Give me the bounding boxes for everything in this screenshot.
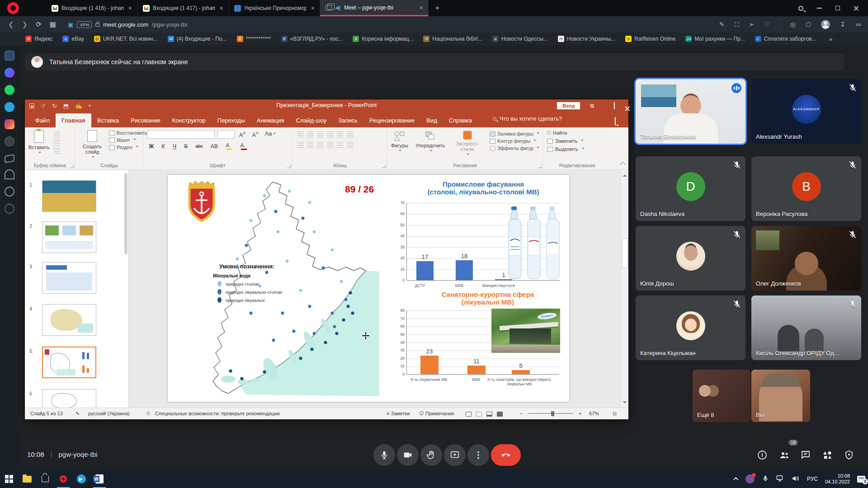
tab-ukrainske-prychornomor[interactable]: Українське Причорномор × xyxy=(229,0,320,16)
end-call-button[interactable] xyxy=(491,444,521,466)
tab-gmail-1417[interactable]: Входящие (1 417) - johama × xyxy=(137,0,229,16)
comments-button[interactable]: 🗩 Примечания xyxy=(419,411,454,416)
tab-animations[interactable]: Анимация xyxy=(251,113,290,127)
section-button[interactable]: Раздел xyxy=(109,145,147,150)
minimize-button[interactable] xyxy=(817,8,822,9)
tile-dasha-nikolaeva[interactable]: D Dasha Nikolaeva xyxy=(636,156,745,221)
shapes-button[interactable]: Фигуры xyxy=(391,131,408,154)
action-center-icon[interactable]: 2 xyxy=(857,476,865,483)
slide-thumbnail-5-selected[interactable] xyxy=(42,347,96,378)
favorites-heart-icon[interactable] xyxy=(5,169,14,179)
tile-yulia-dorosh[interactable]: Юлія Дорош xyxy=(636,226,745,291)
tile-more-participants[interactable]: Ещё 8 xyxy=(693,370,750,422)
slide-thumbnail-1[interactable] xyxy=(42,180,96,212)
tile-oleg-dolzhenkov[interactable]: Олег Долженков xyxy=(751,226,861,291)
collapse-ribbon-icon[interactable] xyxy=(620,162,626,168)
paragraph-dialog-launcher[interactable] xyxy=(382,164,386,168)
view-buttons[interactable] xyxy=(466,411,507,417)
slide-thumbnail-4[interactable] xyxy=(42,304,96,336)
align-left-icon[interactable] xyxy=(297,142,304,148)
paste-button[interactable]: Вставить xyxy=(28,130,50,155)
extensions-icon[interactable]: ⬡ xyxy=(806,21,811,28)
more-options-button[interactable] xyxy=(467,444,489,466)
text-direction-icon[interactable] xyxy=(347,131,354,137)
reload-icon[interactable]: ⟳ xyxy=(36,20,42,28)
cut-icon[interactable] xyxy=(53,131,60,137)
arrange-button[interactable]: Упорядочить xyxy=(415,131,445,154)
participants-button[interactable] xyxy=(779,450,790,460)
align-right-icon[interactable] xyxy=(317,142,324,148)
tab-review[interactable]: Рецензирование xyxy=(363,113,420,127)
taskbar-clock[interactable]: 10:08 04.10.2022 xyxy=(825,473,850,485)
shrink-font-button[interactable]: А˅ xyxy=(250,130,260,139)
downloads-icon[interactable]: ↧ xyxy=(840,21,845,28)
drawing-dialog-launcher[interactable] xyxy=(538,164,542,168)
tray-mic-icon[interactable] xyxy=(762,475,769,483)
scroll-up-icon[interactable] xyxy=(623,172,627,177)
bold-button[interactable]: Ж xyxy=(147,143,156,150)
tile-tatiana-bezverkhniuk[interactable]: Татьяна Безверхнюк xyxy=(636,79,745,144)
tile-kysil-oleksandr[interactable]: Кисіль Олександр ОРІДУ Од... xyxy=(751,296,861,360)
decrease-indent-icon[interactable] xyxy=(317,131,324,137)
raise-hand-button[interactable] xyxy=(420,444,442,466)
close-button[interactable] xyxy=(854,5,859,11)
char-spacing-button[interactable]: АВ xyxy=(209,143,220,150)
bookmark-novosti-odessy[interactable]: аНовости Одессы... xyxy=(492,36,548,42)
slide-thumbnail-3[interactable] xyxy=(42,262,96,294)
tab-transitions[interactable]: Переходы xyxy=(212,113,251,127)
aria-icon[interactable]: ◎ xyxy=(790,21,796,28)
new-slide-button[interactable]: Создать слайд xyxy=(79,130,105,159)
notes-button[interactable]: ≡ Заметки xyxy=(387,411,410,416)
highlight-color-button[interactable]: А xyxy=(224,142,234,150)
bookmark-vzglyad[interactable]: В«ВЗГЛЯД.РУ» - пос... xyxy=(281,36,343,42)
accessibility-status[interactable]: Специальные возможности: проверьте реком… xyxy=(155,411,280,416)
grow-font-button[interactable]: А˄ xyxy=(237,130,247,139)
tab-draw[interactable]: Рисование xyxy=(125,113,166,127)
whatsapp-icon[interactable] xyxy=(5,85,14,95)
tab-close-icon[interactable]: × xyxy=(127,5,133,12)
bookmark-masked[interactable]: 8************ xyxy=(237,36,271,42)
easy-setup-icon[interactable]: ≔ xyxy=(855,21,862,28)
bookmark-biblioteka[interactable]: ННаціональна біблі... xyxy=(423,36,482,42)
vpn-badge[interactable]: VPN xyxy=(77,21,92,28)
speed-dial-icon[interactable]: ▦ xyxy=(50,20,56,28)
document-scrollbar[interactable] xyxy=(621,170,628,408)
bookmark-inbox[interactable]: ✉(4) Входящие - По... xyxy=(168,36,227,42)
activities-button[interactable] xyxy=(822,450,833,460)
back-icon[interactable]: ❮ xyxy=(8,20,14,28)
heart-icon[interactable]: ♡ xyxy=(764,21,770,28)
abc-strike-button[interactable]: abc xyxy=(193,143,204,149)
zoom-in-button[interactable]: + xyxy=(579,411,581,416)
tab-meet-active[interactable]: ◀) Meet – pgw-yoqe-tbi × xyxy=(320,0,429,16)
shape-fill-button[interactable]: Заливка фигуры xyxy=(490,131,539,136)
new-tab-button[interactable]: + xyxy=(429,4,446,13)
italic-button[interactable]: К xyxy=(160,143,166,150)
viber-icon[interactable] xyxy=(745,474,755,483)
line-spacing-icon[interactable] xyxy=(337,131,344,137)
bookmark-korysna[interactable]: ККорисна інформац... xyxy=(353,36,413,42)
font-color-button[interactable]: А xyxy=(238,142,249,150)
bookmark-splatyty[interactable]: ССплатити заборгов... xyxy=(755,36,816,42)
history-icon[interactable] xyxy=(5,187,14,197)
tab-slideshow[interactable]: Слайд-шоу xyxy=(290,113,332,127)
align-center-icon[interactable] xyxy=(307,142,314,148)
find-button[interactable]: Найти xyxy=(547,130,608,136)
maximize-button[interactable] xyxy=(835,6,840,10)
numbering-icon[interactable] xyxy=(307,131,314,137)
profile-avatar[interactable] xyxy=(821,20,830,29)
taskbar-word-icon[interactable]: W xyxy=(90,470,108,488)
bookmark-yandex[interactable]: ЯЯндекс xyxy=(25,36,52,42)
change-case-button[interactable]: Аа xyxy=(263,130,278,139)
pin-page-icon[interactable]: ✎ xyxy=(719,21,725,28)
tab-design[interactable]: Конструктор xyxy=(166,113,212,127)
tile-kateryna-kitselman[interactable]: Катерина Кіцельман xyxy=(636,296,745,360)
columns-icon[interactable] xyxy=(337,142,344,148)
network-icon[interactable] xyxy=(776,475,784,483)
bookmark-moi-rakhunky[interactable]: 24Мої рахунки — Пр... xyxy=(685,36,745,42)
chat-button[interactable] xyxy=(800,450,811,460)
store-icon[interactable] xyxy=(36,470,54,488)
reset-button[interactable]: Восстановить xyxy=(109,130,147,136)
shape-effects-button[interactable]: Эффекты фигур xyxy=(490,145,539,151)
ppt-restore-button[interactable] xyxy=(614,103,615,109)
thumbnail-scrollbar[interactable] xyxy=(124,173,127,254)
